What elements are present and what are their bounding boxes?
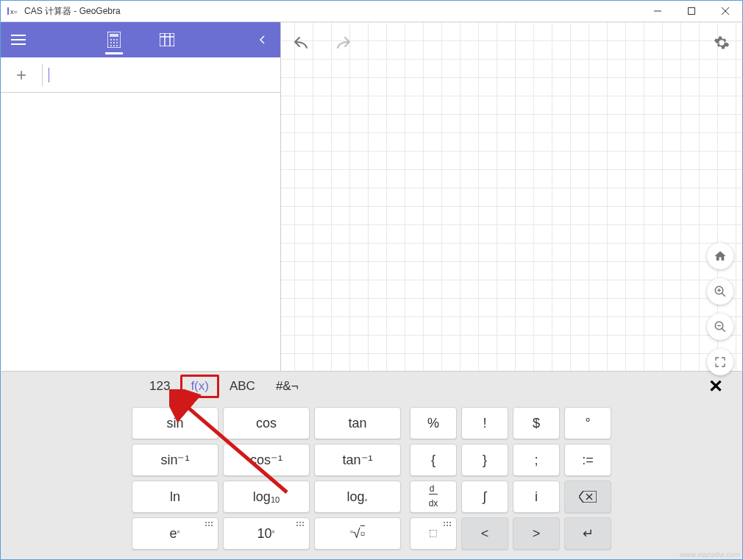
key-right[interactable]: > xyxy=(513,517,560,550)
key-assign[interactable]: := xyxy=(564,444,611,476)
key-sin[interactable]: sin xyxy=(132,407,218,439)
svg-rect-20 xyxy=(160,33,174,46)
key-derivative[interactable]: ddx xyxy=(410,481,457,513)
key-semicolon[interactable]: ; xyxy=(513,444,560,476)
key-rbrace[interactable]: } xyxy=(461,444,508,476)
key-exp[interactable]: e▫ xyxy=(132,517,218,550)
home-button[interactable] xyxy=(707,243,733,269)
key-backspace[interactable] xyxy=(564,481,611,513)
window-title: CAS 计算器 - GeoGebra xyxy=(24,5,641,18)
close-button[interactable] xyxy=(708,1,742,21)
zoom-out-button[interactable] xyxy=(707,313,733,340)
fullscreen-button[interactable] xyxy=(707,349,733,375)
settings-button[interactable] xyxy=(707,28,736,57)
key-i[interactable]: i xyxy=(513,481,560,513)
maximize-button[interactable] xyxy=(675,1,708,21)
graphics-panel[interactable] xyxy=(281,22,743,371)
kb-tab-fx[interactable]: f(x) xyxy=(180,375,219,398)
key-lbrace[interactable]: { xyxy=(410,444,457,476)
svg-rect-10 xyxy=(110,34,118,37)
key-pow10[interactable]: 10▫ xyxy=(223,517,310,550)
key-tan[interactable]: tan xyxy=(314,407,401,439)
svg-line-29 xyxy=(722,328,725,332)
add-input-button[interactable]: + xyxy=(1,57,42,93)
key-logb[interactable]: log▫ xyxy=(314,481,401,513)
svg-point-19 xyxy=(116,45,118,46)
collapse-panel-button[interactable] xyxy=(245,22,280,57)
key-ln[interactable]: ln xyxy=(132,481,218,513)
cas-input-row: + xyxy=(1,57,280,93)
titlebar: x= CAS 计算器 - GeoGebra xyxy=(0,0,743,22)
svg-point-11 xyxy=(110,39,112,40)
redo-button[interactable] xyxy=(328,28,358,57)
key-factorial[interactable]: ! xyxy=(461,407,508,439)
kb-tab-123[interactable]: 123 xyxy=(139,375,180,398)
key-acos[interactable]: cos⁻¹ xyxy=(223,444,310,476)
key-cos[interactable]: cos xyxy=(223,407,310,439)
key-enter[interactable]: ↵ xyxy=(564,517,611,550)
cas-input[interactable] xyxy=(43,57,280,92)
watermark: www.xiazaiba.com xyxy=(679,550,741,559)
svg-point-17 xyxy=(110,45,112,46)
svg-point-12 xyxy=(113,39,115,40)
key-nroot[interactable]: ▫√▫ xyxy=(314,517,401,550)
undo-button[interactable] xyxy=(287,28,316,57)
virtual-keyboard: 123 f(x) ABC #&¬ ✕ sin cos tan sin⁻¹ cos… xyxy=(0,371,743,560)
table-tab[interactable] xyxy=(149,22,185,57)
cas-panel: + xyxy=(0,22,281,371)
key-asin[interactable]: sin⁻¹ xyxy=(132,444,218,476)
app-icon: x= xyxy=(5,4,20,18)
svg-point-13 xyxy=(116,39,118,40)
kb-tab-abc[interactable]: ABC xyxy=(219,375,266,398)
svg-point-14 xyxy=(110,42,112,43)
kb-tab-symbols[interactable]: #&¬ xyxy=(266,375,309,398)
svg-line-25 xyxy=(722,293,725,297)
keyboard-tabs: 123 f(x) ABC #&¬ ✕ xyxy=(1,372,742,401)
svg-point-18 xyxy=(113,45,115,46)
text-cursor xyxy=(49,68,49,82)
cas-toolbar xyxy=(1,22,280,57)
svg-text:x=: x= xyxy=(10,8,18,15)
svg-rect-3 xyxy=(689,8,695,15)
svg-rect-0 xyxy=(7,7,9,15)
grid-background xyxy=(281,22,742,371)
minimize-button[interactable] xyxy=(641,1,675,21)
menu-button[interactable] xyxy=(1,22,36,57)
svg-point-15 xyxy=(113,42,115,43)
main-area: + xyxy=(0,22,743,371)
calculator-tab[interactable] xyxy=(96,22,132,57)
key-placeholder[interactable] xyxy=(410,517,457,550)
key-degree[interactable]: ° xyxy=(564,407,611,439)
key-percent[interactable]: % xyxy=(410,407,457,439)
key-dollar[interactable]: $ xyxy=(513,407,560,439)
svg-point-16 xyxy=(116,42,118,43)
key-log10[interactable]: log10 xyxy=(223,481,310,513)
key-atan[interactable]: tan⁻¹ xyxy=(314,444,401,476)
key-integral[interactable]: ∫ xyxy=(461,481,508,513)
zoom-in-button[interactable] xyxy=(707,278,733,305)
key-left[interactable]: < xyxy=(461,517,508,550)
